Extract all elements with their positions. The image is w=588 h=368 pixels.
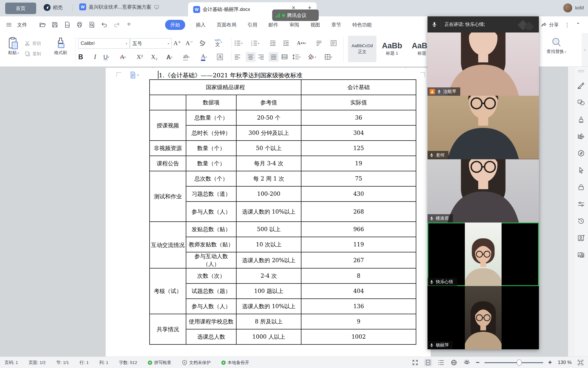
find-replace-button[interactable]: 查找替换 ▾ [542,37,571,54]
ribbon-tab-审阅[interactable]: 审阅 [289,20,300,30]
paragraph-layout-icon[interactable] [330,38,337,48]
paragraph-widget[interactable]: ▾ [130,71,139,79]
paragraph-mark-icon[interactable] [316,38,322,48]
underline-icon[interactable]: U ▾ [103,52,109,62]
zoom-level-value[interactable]: 130 % [557,360,572,365]
style-chip-标题 1[interactable]: AaBb标题 1 [378,36,406,62]
image-gallery-icon[interactable] [577,251,585,259]
status-field[interactable]: 列: 1 [99,360,109,365]
status-badge-拼写检查[interactable]: 拼写检查 [148,360,171,365]
settings-sliders-icon[interactable] [577,200,585,208]
superscript-icon[interactable]: X² [137,52,143,62]
more-options-icon[interactable]: ⋮ [564,22,570,28]
status-field[interactable]: 页面: 1/2 [29,360,46,365]
status-field[interactable]: 行: 1 [80,360,89,365]
status-field[interactable]: 页码: 1 [5,360,18,365]
docer-tab[interactable]: 稻壳 [44,4,63,11]
save-icon[interactable] [51,21,59,29]
participant-tile-楼凌君[interactable]: 楼凌君 [428,159,539,223]
increase-indent-icon[interactable] [283,38,289,48]
history-icon[interactable] [577,217,585,225]
ribbon-tab-章节[interactable]: 章节 [331,20,342,30]
ribbon-tab-页面布局[interactable]: 页面布局 [216,20,237,30]
ribbon-tab-邮件[interactable]: 邮件 [268,20,279,30]
zoom-in-button[interactable]: + [548,360,552,365]
quickbar-dropdown-icon[interactable] [125,21,133,29]
borders-icon[interactable]: ▾ [324,52,332,62]
status-field[interactable]: 节: 1/1 [56,360,69,365]
zoom-slider-thumb[interactable] [517,359,522,366]
sidebar-drag-handle[interactable] [578,70,584,72]
share-button[interactable]: 分享 [541,22,559,28]
fullscreen-icon[interactable] [411,359,419,366]
select-cursor-icon[interactable] [577,166,585,174]
document-page[interactable]: ▾ 1.《会计基础》——2021 年秋季达到国家级验收标准 国家级精品课程会计基… [106,68,431,356]
print-preview-icon[interactable] [88,21,96,29]
zoom-out-button[interactable]: − [476,360,479,365]
zoom-slider[interactable] [484,359,543,366]
bold-icon[interactable]: B [76,52,85,62]
meeting-header[interactable]: 正在讲话: 快乐心情; [428,16,539,32]
home-tab[interactable]: 首页 [5,3,36,14]
ribbon-tab-视图[interactable]: 视图 [310,20,321,30]
participant-tile-老何[interactable]: 老何 [428,96,539,159]
course-data-table[interactable]: 国家级精品课程会计基础数据项参考值实际值授课视频总数量（个）20-50 个36总… [149,79,416,345]
contact-card-icon[interactable] [577,234,585,242]
hamburger-menu-icon[interactable] [6,22,12,28]
redo-icon[interactable] [113,21,121,29]
bullet-list-icon[interactable]: ▾ [234,38,243,48]
tab-jiaxing-doc[interactable]: W 嘉兴职业技术...竞赛实施方案 [79,3,159,10]
fit-page-icon[interactable] [577,359,585,366]
decrease-indent-icon[interactable] [269,38,276,48]
shapes-icon[interactable] [577,99,585,106]
outline-view-icon[interactable] [437,359,445,366]
justify-icon[interactable] [269,52,278,62]
increase-font-icon[interactable]: A⁺ [173,38,181,48]
collapse-ribbon-icon[interactable]: ⌃ [576,22,580,28]
pinyin-guide-icon[interactable]: wén 文 ▾ [215,37,222,47]
participant-tile-快乐心情[interactable]: 快乐心情 [428,223,539,286]
participant-tile-汝晓琴[interactable]: 汝晓琴 [428,32,539,96]
copy-button[interactable]: 复制 [25,49,41,59]
material-seal-icon[interactable] [577,150,585,157]
font-size-select[interactable]: 五号▾ [130,38,172,49]
undo-icon[interactable] [100,21,108,29]
ribbon-expand-strip[interactable]: › [582,33,588,66]
file-menu[interactable]: 文件 [17,22,27,28]
ribbon-tab-特色功能[interactable]: 特色功能 [352,20,372,30]
decrease-font-icon[interactable]: A⁻ [185,38,193,48]
status-badge-文档未保护[interactable]: 文档未保护 [182,360,211,365]
print-icon[interactable] [76,21,84,29]
align-center-icon[interactable] [246,52,256,62]
font-name-select[interactable]: Calibri▾ [78,38,130,49]
wordart-icon[interactable] [577,116,585,123]
status-badge-本地备份开[interactable]: 本地备份开 [221,360,249,365]
asian-layout-icon[interactable]: A ▾ [297,38,306,48]
account-area[interactable]: leiM [563,3,584,12]
shading-color-icon[interactable]: ▾ [308,52,316,62]
ribbon-tab-开始[interactable]: 开始 [165,20,185,30]
tencent-meeting-pill[interactable]: 腾讯会议 [272,9,319,21]
style-chip-正文[interactable]: AaBbCcDd正文 [348,36,376,62]
highlight-icon[interactable]: ab ▾ [183,52,189,62]
export-pdf-icon[interactable]: PDF [63,21,71,29]
cut-button[interactable]: 剪切 [25,38,41,49]
numbered-list-icon[interactable]: 123▾ [251,38,259,48]
format-painter-button[interactable]: 格式刷 [51,37,70,55]
eye-protection-icon[interactable] [463,359,471,366]
subscript-icon[interactable]: X₂ [151,52,158,62]
open-file-icon[interactable] [38,21,47,29]
italic-icon[interactable]: I [91,52,99,62]
paste-button[interactable]: 粘贴 ▾ [5,37,22,55]
align-right-icon[interactable] [258,52,264,62]
character-shading-icon[interactable]: A [217,52,223,62]
page-view-icon[interactable] [424,359,432,366]
align-left-icon[interactable] [234,52,241,62]
strikethrough-icon[interactable]: A ▾ [120,52,126,62]
clear-format-icon[interactable] [199,38,206,48]
document-heading[interactable]: 1.《会计基础》——2021 年秋季达到国家级验收标准 [159,71,302,79]
distribute-icon[interactable] [281,52,288,62]
vertical-scrollbar[interactable] [568,67,574,356]
ribbon-tab-插入[interactable]: 插入 [195,20,206,30]
line-spacing-icon[interactable]: ▾ [292,52,301,62]
